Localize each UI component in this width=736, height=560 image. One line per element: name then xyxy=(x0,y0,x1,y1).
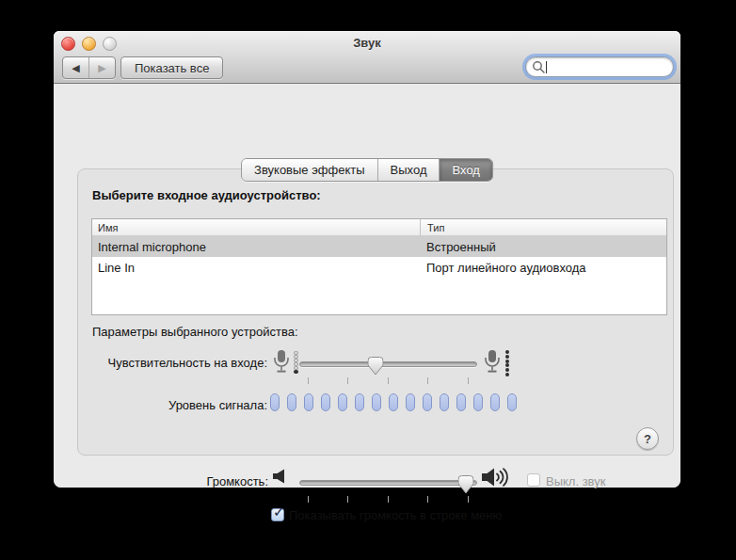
titlebar: Звук ◀ ▶ Показать все xyxy=(54,31,680,84)
checkmark-icon: ✓ xyxy=(273,504,285,520)
sound-preferences-window: Звук ◀ ▶ Показать все Звуковые эффекты В… xyxy=(54,31,680,488)
column-header-name: Имя xyxy=(92,222,420,233)
show-all-button[interactable]: Показать все xyxy=(120,56,223,79)
forward-button[interactable]: ▶ xyxy=(89,57,115,78)
show-volume-in-menubar-label: Показывать громкость в строке меню xyxy=(289,508,502,522)
content-area: Звуковые эффекты Выход Вход Выберите вхо… xyxy=(54,84,680,488)
output-volume-label: Громкость: xyxy=(92,474,268,488)
speaker-high-icon xyxy=(482,467,510,488)
tab-input[interactable]: Вход xyxy=(440,159,492,181)
device-type: Встроенный xyxy=(421,240,666,254)
window-title: Звук xyxy=(54,36,680,50)
tab-output[interactable]: Выход xyxy=(378,159,440,181)
input-level-label: Уровень сигнала: xyxy=(92,398,267,412)
device-name: Line In xyxy=(92,261,421,275)
column-header-type: Тип xyxy=(420,219,666,235)
search-input[interactable] xyxy=(547,59,667,74)
tab-sound-effects[interactable]: Звуковые эффекты xyxy=(242,159,378,181)
sensitivity-low-dots xyxy=(294,351,298,374)
input-level-meter xyxy=(270,393,517,411)
show-volume-in-menubar-checkbox[interactable]: ✓ xyxy=(271,508,284,521)
search-icon xyxy=(532,60,545,73)
mute-label: Выкл. звук xyxy=(546,474,605,488)
table-header: Имя Тип xyxy=(92,219,666,236)
output-volume-slider[interactable] xyxy=(299,480,477,486)
back-button[interactable]: ◀ xyxy=(63,57,89,78)
input-volume-ticks xyxy=(299,377,475,384)
device-table: Имя Тип Internal microphone Встроенный L… xyxy=(91,218,667,315)
speaker-low-icon xyxy=(273,469,285,484)
input-volume-thumb[interactable] xyxy=(368,357,384,376)
tab-bar: Звуковые эффекты Выход Вход xyxy=(241,158,493,182)
navigation-buttons: ◀ ▶ xyxy=(62,56,116,79)
microphone-high-icon xyxy=(483,349,502,375)
output-volume-ticks xyxy=(299,496,475,503)
microphone-low-icon xyxy=(272,349,291,375)
input-volume-slider[interactable] xyxy=(299,361,477,367)
sensitivity-high-dots xyxy=(505,350,509,376)
device-type: Порт линейного аудиовхода xyxy=(421,261,666,275)
device-name: Internal microphone xyxy=(92,240,421,254)
mute-checkbox[interactable] xyxy=(527,473,540,487)
help-button[interactable]: ? xyxy=(636,427,659,450)
input-volume-label: Чувствительность на входе: xyxy=(92,356,267,370)
output-volume-thumb[interactable] xyxy=(457,475,473,494)
table-row[interactable]: Internal microphone Встроенный xyxy=(92,236,666,257)
search-field[interactable] xyxy=(525,56,674,77)
choose-device-heading: Выберите входное аудиоустройство: xyxy=(92,188,321,202)
table-row[interactable]: Line In Порт линейного аудиовхода xyxy=(92,257,666,278)
desktop: { "window": { "title": "Звук" }, "toolba… xyxy=(0,0,736,560)
settings-heading: Параметры выбранного устройства: xyxy=(92,325,298,339)
